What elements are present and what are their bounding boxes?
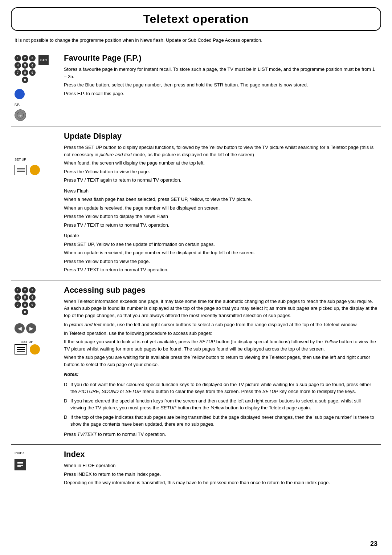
section-icon-update: SET UP	[15, 131, 58, 275]
update-p2: When found, the screen will display the …	[64, 159, 377, 167]
news-flash-p3: Press the Yellow button to display the N…	[64, 213, 377, 220]
yellow-button	[30, 165, 40, 175]
setup-line1	[17, 168, 25, 169]
num-5: 5	[22, 62, 28, 69]
section-update-display: SET UP Update Display Press the SET UP b…	[11, 126, 381, 280]
section-favourite-page: 1 2 3 4 5 6 7 8 9 0 STR F.P.	[11, 48, 381, 126]
italic-setup2: SETUP	[126, 389, 141, 394]
update-p4: Press TV / TEXT again to return to norma…	[64, 177, 377, 184]
setup-yellow-icon-row	[15, 344, 40, 355]
fp-button: FP	[15, 109, 26, 121]
favourite-p2: Press the Blue button, select the page n…	[64, 81, 377, 89]
setup-label-subpages: SET UP	[15, 340, 40, 344]
blue-button	[15, 89, 25, 99]
italic-p-and-t: picture and text	[69, 322, 101, 327]
notes-label: Notes:	[64, 371, 377, 378]
section-content-favourite: Favourite Page (F.P.) Stores a favourite…	[64, 53, 377, 121]
setup-line3	[17, 171, 25, 172]
setup-line2	[17, 170, 25, 170]
index-heading: When in FLOF operation	[64, 462, 377, 469]
index-p2: Depending on the way information is tran…	[64, 479, 377, 486]
setup-yellow-subpages: SET UP	[15, 340, 40, 355]
fp-row: F.P.	[15, 103, 20, 106]
remote-numpad-subpages: 1 2 3 4 5 6 7 8 9 0	[15, 287, 36, 315]
str-button: STR	[38, 55, 49, 65]
setup-btn-subpages	[15, 344, 27, 355]
sp-setup-line2	[17, 349, 25, 350]
update-sub-p1: Press SET UP, Yellow to see the update o…	[64, 241, 377, 248]
index-title: Index	[64, 450, 377, 459]
section-index: INDEX Index When in FLOF operation Press…	[11, 444, 381, 493]
italic-setup3: SETUP	[262, 389, 278, 394]
sp-num-7: 7	[15, 301, 21, 308]
update-p3: Press the Yellow button to view the page…	[64, 168, 377, 175]
remote-numpad: 1 2 3 4 5 6 7 8 9 0	[15, 55, 36, 83]
setup-yellow-row	[15, 165, 40, 175]
italic-sound: SOUND	[102, 389, 119, 394]
section-content-update: Update Display Press the SET UP button t…	[64, 131, 377, 275]
update-sub-p2: When an update is received, the page num…	[64, 249, 377, 256]
section-content-index: Index When in FLOF operation Press INDEX…	[64, 450, 377, 488]
arrow-buttons: ◀ ▶	[15, 323, 36, 333]
svg-rect-4	[17, 463, 23, 464]
sp-num-9: 9	[29, 301, 36, 308]
num-9: 9	[29, 69, 36, 76]
italic-setup1: SETUP	[199, 339, 215, 344]
favourite-page-title: Favourite Page (F.P.)	[64, 53, 377, 63]
note-item-2: If you have cleared the special function…	[64, 397, 377, 412]
press-tv-text: Press TV/TEXT to return to normal TV ope…	[64, 431, 377, 438]
sp-num-1: 1	[15, 287, 21, 293]
news-flash-heading: News Flash	[64, 187, 377, 195]
svg-rect-3	[17, 462, 23, 463]
blue-fp-row	[15, 89, 25, 99]
sp-num-8: 8	[22, 301, 28, 308]
fp-label: F.P.	[15, 103, 20, 106]
italic-tv-text: TV/TEXT	[77, 432, 97, 437]
italic-text1: picture and text	[99, 152, 132, 157]
news-flash-p4: Press TV / TEXT to return to normal TV. …	[64, 222, 377, 229]
index-label: INDEX	[15, 451, 25, 455]
page-title-box: Teletext operation	[11, 7, 381, 31]
sub-pages-title: Accessing sub pages	[64, 285, 377, 295]
update-display-title: Update Display	[64, 131, 377, 141]
num-8: 8	[22, 69, 28, 76]
left-arrow-btn: ◀	[15, 323, 25, 333]
arrow-pair: ◀ ▶	[15, 323, 36, 333]
subpages-p5: When the sub page you are waiting for is…	[64, 354, 377, 368]
section-icon-subpages: 1 2 3 4 5 6 7 8 9 0 ◀ ▶ SET UP	[15, 285, 58, 439]
sp-num-5: 5	[22, 294, 28, 301]
section-icon-index: INDEX	[15, 450, 58, 488]
news-flash-p1: When a news flash page has been selected…	[64, 196, 377, 203]
sp-num-6: 6	[29, 294, 36, 301]
index-icon	[16, 460, 25, 469]
note-item-1: If you do not want the four coloured spe…	[64, 381, 377, 395]
svg-rect-6	[17, 466, 21, 467]
sp-setup-line1	[17, 347, 25, 348]
news-flash-p2: When an update is received, the page num…	[64, 204, 377, 212]
favourite-p1: Stores a favourite page in memory for in…	[64, 66, 377, 80]
num-1: 1	[15, 55, 21, 61]
sp-num-4: 4	[15, 294, 21, 301]
sp-setup-line3	[17, 351, 25, 352]
subpages-p1: When Teletext information exceeds one pa…	[64, 298, 377, 319]
page-title: Teletext operation	[19, 12, 373, 26]
svg-text:FP: FP	[19, 114, 22, 117]
num-4: 4	[15, 62, 21, 69]
num-0: 0	[22, 77, 28, 83]
update-sub-p3: Press the Yellow button to view the page…	[64, 258, 377, 265]
sp-num-3: 3	[29, 287, 36, 293]
update-sub-heading: Update	[64, 232, 377, 239]
num-6: 6	[29, 62, 36, 69]
subpages-p3: In Teletext operation, use the following…	[64, 330, 377, 337]
favourite-p3: Press F.P. to recall this page.	[64, 90, 377, 97]
intro-text: It is not possible to change the program…	[11, 37, 381, 43]
notes-list: If you do not want the four coloured spe…	[64, 381, 377, 428]
yellow-btn-subpages	[30, 344, 40, 355]
num-3: 3	[29, 55, 36, 61]
update-p1: Press the SET UP button to display speci…	[64, 144, 377, 158]
italic-setup4: SETUP	[160, 405, 176, 410]
page-number: 23	[370, 540, 377, 548]
section-icon-favourite: 1 2 3 4 5 6 7 8 9 0 STR F.P.	[15, 53, 58, 121]
italic-yellow1: Yellow	[324, 339, 338, 344]
sp-num-2: 2	[22, 287, 28, 293]
